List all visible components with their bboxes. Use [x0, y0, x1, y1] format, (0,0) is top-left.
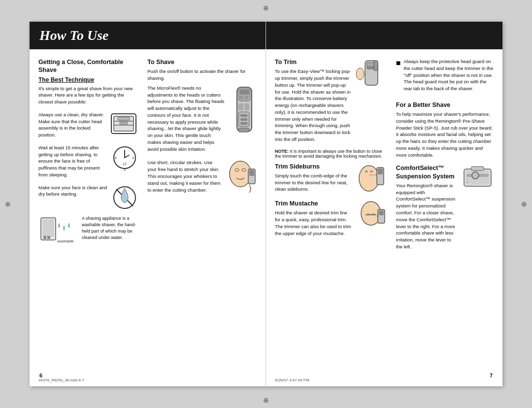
shave-para3: Use short, circular strokes. Use your fr…: [147, 159, 221, 193]
comfort-text: ComfortSelect™ Suspension System Your Re…: [396, 164, 458, 253]
section-heading-comfort: ComfortSelect™ Suspension System: [396, 164, 458, 180]
note-label: NOTE:: [275, 149, 289, 154]
trim-section: To Trim To use the Easy-View™ locking po…: [275, 58, 387, 146]
svg-text:6: 6: [124, 168, 126, 171]
svg-point-55: [472, 172, 479, 179]
washable-note: A shaving appliance is a washable shaver…: [82, 215, 138, 241]
note-text: It is important to always use the button…: [275, 149, 382, 159]
trim-text: To Trim To use the Easy-View™ locking po…: [275, 58, 351, 146]
sub-heading-technique: The Best Technique: [38, 76, 138, 83]
section-heading-better: For a Better Shave: [396, 101, 494, 109]
sideburn-icon: [355, 163, 387, 195]
trim-note: NOTE: It is important to always use the …: [275, 149, 387, 159]
book-spread: How To Use Getting a Close, Comfortable …: [30, 22, 502, 386]
section-heading-sideburns: Trim Sideburns: [275, 163, 351, 170]
bullet-section: ■ Always keep the protective head guard …: [396, 58, 494, 95]
mustache-icon: [355, 200, 387, 227]
better-shave-para: To help maximize your shaver's performan…: [396, 111, 494, 158]
right-column-1: To Trim To use the Easy-View™ locking po…: [275, 58, 387, 253]
svg-text:-: -: [486, 180, 487, 183]
technique-para4: Make sure your face is clean and dry bef…: [38, 184, 107, 198]
svg-rect-29: [240, 118, 247, 121]
shave-para2: The MicroFlex® needs no adjustments to t…: [147, 85, 226, 153]
svg-line-8: [125, 155, 129, 158]
svg-rect-58: [471, 167, 484, 170]
svg-text:washable: washable: [57, 239, 74, 243]
svg-text:+: +: [466, 180, 468, 183]
svg-point-47: [370, 170, 373, 172]
svg-rect-17: [43, 236, 46, 239]
reg-mark-bottom: ⊕: [262, 396, 270, 404]
svg-rect-36: [249, 170, 254, 176]
comfort-section: ComfortSelect™ Suspension System Your Re…: [396, 164, 494, 253]
trim-para: To use the Easy-View™ locking pop-up tri…: [275, 68, 351, 142]
page-number-left: 6: [39, 373, 42, 378]
svg-rect-16: [42, 219, 54, 237]
shave-para2-group: The MicroFlex® needs no adjustments to t…: [147, 85, 257, 156]
page-wrapper: ⊕ ⊕ ⊕ ⊕ How To Use Getting a Close, Comf…: [0, 0, 532, 408]
technique-para2-group: Always use a clean, dry shaver. Make sur…: [38, 111, 138, 141]
svg-text:3: 3: [132, 156, 134, 160]
reg-mark-right: ⊕: [520, 200, 528, 208]
svg-point-41: [356, 68, 364, 80]
mustache-text: Trim Mustache Hold the shaver at desired…: [275, 200, 351, 239]
header-bar-left: How To Use: [30, 22, 266, 49]
page-left: How To Use Getting a Close, Comfortable …: [30, 22, 266, 386]
washable-section: washable A shaving appliance is a washab…: [38, 215, 138, 250]
comfort-select-icon: + -: [462, 164, 494, 191]
clock-icon: 12 3 6 9: [111, 144, 138, 171]
svg-rect-5: [120, 122, 128, 124]
better-shave-section: For a Better Shave To help maximize your…: [396, 101, 494, 159]
sideburn-para: Simply touch the comb-edge of the trimme…: [275, 172, 351, 193]
section-heading-trim: To Trim: [275, 58, 351, 66]
left-column-1: Getting a Close, Comfortable Shave The B…: [38, 58, 138, 250]
no-wet-icon: [111, 184, 138, 211]
technique-para2: Always use a clean, dry shaver. Make sur…: [38, 111, 105, 138]
shaver-cutter-icon: [109, 111, 138, 138]
file-info-left: 34378_R825s_IB.indd 6-7: [38, 378, 84, 382]
left-page-bottom: 6 34378_R825s_IB.indd 6-7: [30, 376, 266, 384]
trim-face-icon: [355, 58, 387, 90]
svg-point-46: [365, 170, 368, 172]
sideburn-section: Trim Sideburns Simply touch the comb-edg…: [275, 163, 387, 196]
technique-para3: Wait at least 15 minutes after getting u…: [38, 144, 107, 178]
svg-rect-26: [244, 103, 249, 110]
svg-rect-4: [118, 117, 130, 120]
shave-para1: Push the on/off button to activate the s…: [147, 68, 257, 82]
shaving-face-icon: [225, 159, 257, 199]
shave-para3-group: Use short, circular strokes. Use your fr…: [147, 159, 257, 199]
svg-rect-50: [379, 210, 384, 215]
svg-rect-25: [238, 103, 243, 110]
page-title: How To Use: [39, 28, 109, 43]
svg-rect-30: [240, 122, 247, 125]
svg-rect-44: [378, 169, 383, 174]
left-column-2: To Shave Push the on/off button to activ…: [147, 58, 257, 250]
svg-rect-28: [240, 114, 247, 117]
section-heading-comfortable: Getting a Close, Comfortable Shave: [38, 58, 138, 74]
svg-rect-23: [239, 96, 243, 100]
svg-text:12: 12: [123, 162, 127, 166]
right-page-bottom: 6/26/07 4:47:49 PM 7: [266, 376, 502, 384]
section-heading-shave: To Shave: [147, 58, 257, 66]
technique-para3-group: Wait at least 15 minutes after getting u…: [38, 144, 138, 181]
bullet-icon: ■: [396, 59, 401, 95]
electric-shaver-icon: [230, 85, 257, 149]
section-heading-mustache: Trim Mustache: [275, 200, 351, 207]
reg-mark-left: ⊕: [4, 200, 12, 208]
right-column-2: ■ Always keep the protective head guard …: [396, 58, 494, 253]
header-bar-right: [266, 22, 502, 49]
svg-text:9: 9: [115, 156, 117, 160]
svg-point-42: [359, 166, 379, 191]
technique-para4-group: Make sure your face is clean and dry bef…: [38, 184, 138, 211]
bullet-text: Always keep the protective head guard on…: [404, 58, 494, 92]
svg-rect-22: [239, 90, 249, 95]
mustache-section: Trim Mustache Hold the shaver at desired…: [275, 200, 387, 239]
svg-rect-18: [47, 236, 50, 239]
svg-rect-31: [238, 128, 249, 132]
sideburn-text: Trim Sideburns Simply touch the comb-edg…: [275, 163, 351, 196]
technique-para1-group: It's simple to get a great shave from yo…: [38, 85, 138, 108]
technique-para1: It's simple to get a great shave from yo…: [38, 85, 138, 105]
page-right: To Trim To use the Easy-View™ locking po…: [266, 22, 502, 386]
svg-rect-40: [374, 61, 378, 70]
mustache-para: Hold the shaver at desired trim line for…: [275, 209, 351, 237]
